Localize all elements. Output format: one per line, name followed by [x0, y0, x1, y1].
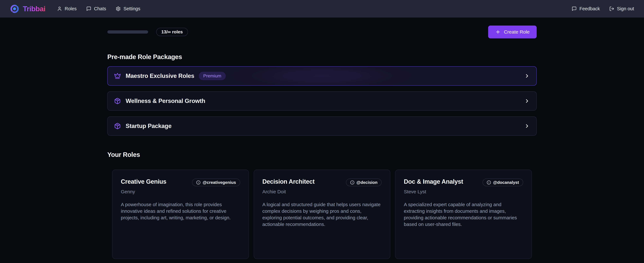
roles-progress-bar	[107, 30, 148, 33]
chevron-right-icon	[524, 98, 530, 104]
role-card-description: A specialized expert capable of analyzin…	[404, 201, 523, 228]
package-row-startup[interactable]: Startup Package	[107, 116, 537, 136]
role-card-title: Doc & Image Analyst	[404, 178, 463, 185]
feedback-label: Feedback	[580, 6, 600, 11]
role-handle: @creativegenius	[202, 180, 236, 185]
sign-out-button[interactable]: Sign out	[609, 6, 634, 11]
message-icon	[572, 6, 577, 11]
role-handle-badge[interactable]: @creativegenius	[192, 179, 240, 186]
info-icon	[196, 180, 200, 185]
nav-item-chats[interactable]: Chats	[86, 6, 106, 11]
nav-item-label: Chats	[94, 6, 106, 11]
tribbai-logo-icon	[10, 4, 19, 13]
message-icon	[86, 6, 91, 11]
role-card-description: A logical and structured guide that help…	[262, 201, 382, 228]
package-row-maestro[interactable]: Maestro Exclusive Roles Premium	[107, 66, 537, 86]
role-handle: @decision	[356, 180, 378, 185]
logout-icon	[609, 6, 614, 11]
main-content: 13/∞ roles Create Role Pre-made Role Pac…	[107, 25, 537, 263]
role-card-subtitle: Steve Lyst	[404, 189, 523, 195]
card-header: Doc & Image Analyst @docanalyst	[404, 178, 523, 186]
role-card-decision-architect[interactable]: Decision Architect @decision Archie Doit…	[254, 170, 390, 259]
role-handle: @docanalyst	[493, 180, 519, 185]
roles-toolbar: 13/∞ roles Create Role	[107, 25, 537, 38]
role-card-subtitle: Genny	[121, 189, 240, 195]
chevron-right-icon	[524, 73, 530, 79]
brand[interactable]: Tribbai	[10, 4, 46, 13]
package-row-wellness[interactable]: Wellness & Personal Growth	[107, 91, 537, 111]
package-label: Startup Package	[126, 123, 172, 129]
user-icon	[57, 6, 62, 11]
package-label: Maestro Exclusive Roles	[126, 73, 194, 79]
create-role-button[interactable]: Create Role	[488, 25, 537, 38]
nav-item-roles[interactable]: Roles	[57, 6, 77, 11]
card-header: Decision Architect @decision	[262, 178, 382, 186]
plus-icon	[495, 29, 501, 35]
role-card-creative-genius[interactable]: Creative Genius @creativegenius Genny A …	[112, 170, 249, 259]
primary-nav: Roles Chats Settings	[57, 6, 140, 11]
card-header: Creative Genius @creativegenius	[121, 178, 240, 186]
role-card-title: Decision Architect	[262, 178, 314, 185]
info-icon	[487, 180, 491, 185]
create-role-label: Create Role	[504, 29, 530, 35]
nav-item-label: Settings	[124, 6, 140, 11]
role-card-title: Creative Genius	[121, 178, 166, 185]
role-handle-badge[interactable]: @decision	[346, 179, 382, 186]
info-icon	[350, 180, 354, 185]
feedback-button[interactable]: Feedback	[572, 6, 600, 11]
premium-badge: Premium	[199, 72, 226, 80]
your-roles-section-title: Your Roles	[107, 151, 537, 158]
navbar-actions: Feedback Sign out	[572, 6, 634, 11]
package-icon	[114, 98, 121, 104]
crown-icon	[114, 73, 121, 79]
chevron-right-icon	[524, 123, 530, 129]
brand-name: Tribbai	[23, 5, 46, 13]
roles-count-badge: 13/∞ roles	[156, 28, 188, 36]
top-navbar: Tribbai Roles Chats Settings Feedba	[0, 0, 644, 18]
nav-item-label: Roles	[65, 6, 77, 11]
sign-out-label: Sign out	[617, 6, 634, 11]
role-card-doc-image-analyst[interactable]: Doc & Image Analyst @docanalyst Steve Ly…	[395, 170, 532, 259]
package-icon	[114, 123, 121, 129]
gear-icon	[116, 6, 121, 11]
package-label: Wellness & Personal Growth	[126, 98, 205, 104]
role-card-subtitle: Archie Doit	[262, 189, 382, 195]
role-card-description: A powerhouse of imagination, this role p…	[121, 201, 240, 221]
role-handle-badge[interactable]: @docanalyst	[482, 179, 523, 186]
role-cards-grid: Creative Genius @creativegenius Genny A …	[112, 170, 532, 259]
nav-item-settings[interactable]: Settings	[116, 6, 140, 11]
packages-section-title: Pre-made Role Packages	[107, 53, 537, 60]
